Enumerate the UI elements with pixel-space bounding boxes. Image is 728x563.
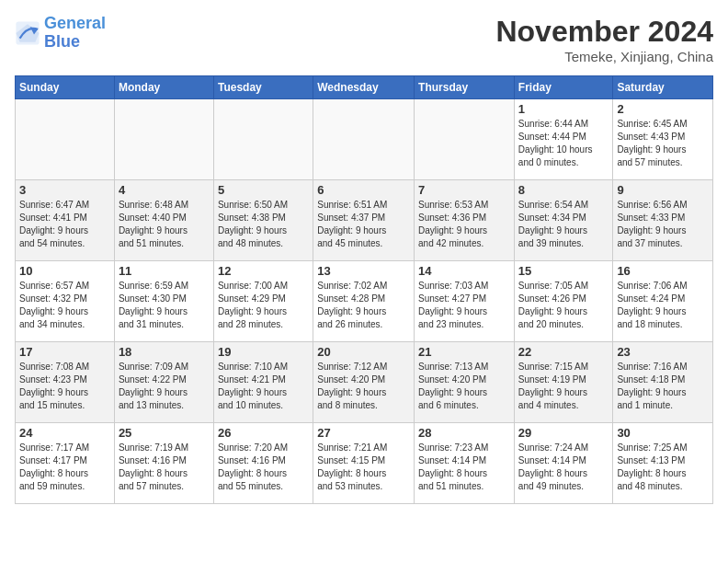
day-info: Sunrise: 7:20 AM Sunset: 4:16 PM Dayligh…	[218, 442, 309, 493]
day-info: Sunrise: 7:02 AM Sunset: 4:28 PM Dayligh…	[317, 280, 410, 331]
calendar-week-row: 17Sunrise: 7:08 AM Sunset: 4:23 PM Dayli…	[16, 342, 713, 423]
calendar-cell: 12Sunrise: 7:00 AM Sunset: 4:29 PM Dayli…	[213, 261, 313, 342]
day-info: Sunrise: 6:50 AM Sunset: 4:38 PM Dayligh…	[218, 199, 309, 250]
day-number: 2	[617, 102, 709, 116]
day-number: 4	[119, 183, 210, 197]
day-number: 26	[218, 426, 309, 440]
day-number: 28	[418, 426, 510, 440]
calendar-cell: 9Sunrise: 6:56 AM Sunset: 4:33 PM Daylig…	[613, 180, 713, 261]
month-title: November 2024	[495, 15, 713, 49]
calendar-header-row: SundayMondayTuesdayWednesdayThursdayFrid…	[16, 76, 713, 99]
day-info: Sunrise: 6:57 AM Sunset: 4:32 PM Dayligh…	[19, 280, 110, 331]
day-number: 1	[518, 102, 609, 116]
day-number: 7	[418, 183, 510, 197]
calendar-cell: 29Sunrise: 7:24 AM Sunset: 4:14 PM Dayli…	[514, 423, 613, 504]
logo: General Blue	[15, 15, 106, 52]
calendar-cell: 21Sunrise: 7:13 AM Sunset: 4:20 PM Dayli…	[415, 342, 515, 423]
day-info: Sunrise: 7:03 AM Sunset: 4:27 PM Dayligh…	[418, 280, 510, 331]
day-info: Sunrise: 7:21 AM Sunset: 4:15 PM Dayligh…	[317, 442, 410, 493]
calendar-cell: 25Sunrise: 7:19 AM Sunset: 4:16 PM Dayli…	[114, 423, 213, 504]
calendar-cell	[213, 99, 313, 180]
day-info: Sunrise: 6:54 AM Sunset: 4:34 PM Dayligh…	[518, 199, 609, 250]
calendar-cell: 16Sunrise: 7:06 AM Sunset: 4:24 PM Dayli…	[613, 261, 713, 342]
day-number: 18	[119, 345, 210, 359]
day-number: 15	[518, 264, 609, 278]
calendar-cell: 8Sunrise: 6:54 AM Sunset: 4:34 PM Daylig…	[514, 180, 613, 261]
day-number: 8	[518, 183, 609, 197]
day-info: Sunrise: 6:56 AM Sunset: 4:33 PM Dayligh…	[617, 199, 709, 250]
day-number: 25	[119, 426, 210, 440]
calendar-cell: 3Sunrise: 6:47 AM Sunset: 4:41 PM Daylig…	[16, 180, 115, 261]
day-info: Sunrise: 6:48 AM Sunset: 4:40 PM Dayligh…	[119, 199, 210, 250]
calendar-cell: 13Sunrise: 7:02 AM Sunset: 4:28 PM Dayli…	[313, 261, 415, 342]
calendar-cell: 22Sunrise: 7:15 AM Sunset: 4:19 PM Dayli…	[514, 342, 613, 423]
calendar-cell: 4Sunrise: 6:48 AM Sunset: 4:40 PM Daylig…	[114, 180, 213, 261]
day-info: Sunrise: 7:23 AM Sunset: 4:14 PM Dayligh…	[418, 442, 510, 493]
calendar-week-row: 1Sunrise: 6:44 AM Sunset: 4:44 PM Daylig…	[16, 99, 713, 180]
day-number: 9	[617, 183, 709, 197]
location: Temeke, Xinjiang, China	[495, 49, 713, 64]
day-info: Sunrise: 7:00 AM Sunset: 4:29 PM Dayligh…	[218, 280, 309, 331]
day-number: 21	[418, 345, 510, 359]
day-info: Sunrise: 7:19 AM Sunset: 4:16 PM Dayligh…	[119, 442, 210, 493]
weekday-header: Wednesday	[313, 76, 415, 99]
day-info: Sunrise: 6:44 AM Sunset: 4:44 PM Dayligh…	[518, 118, 609, 169]
day-info: Sunrise: 7:24 AM Sunset: 4:14 PM Dayligh…	[518, 442, 609, 493]
day-info: Sunrise: 7:12 AM Sunset: 4:20 PM Dayligh…	[317, 361, 410, 412]
weekday-header: Friday	[514, 76, 613, 99]
day-number: 16	[617, 264, 709, 278]
calendar-cell: 20Sunrise: 7:12 AM Sunset: 4:20 PM Dayli…	[313, 342, 415, 423]
calendar-cell: 10Sunrise: 6:57 AM Sunset: 4:32 PM Dayli…	[16, 261, 115, 342]
weekday-header: Thursday	[415, 76, 515, 99]
day-info: Sunrise: 7:16 AM Sunset: 4:18 PM Dayligh…	[617, 361, 709, 412]
day-info: Sunrise: 6:53 AM Sunset: 4:36 PM Dayligh…	[418, 199, 510, 250]
weekday-header: Saturday	[613, 76, 713, 99]
logo-text: General Blue	[44, 15, 106, 52]
day-number: 17	[19, 345, 110, 359]
calendar-cell: 28Sunrise: 7:23 AM Sunset: 4:14 PM Dayli…	[415, 423, 515, 504]
day-number: 20	[317, 345, 410, 359]
calendar-cell	[114, 99, 213, 180]
calendar-cell: 15Sunrise: 7:05 AM Sunset: 4:26 PM Dayli…	[514, 261, 613, 342]
day-info: Sunrise: 7:09 AM Sunset: 4:22 PM Dayligh…	[119, 361, 210, 412]
calendar-cell: 27Sunrise: 7:21 AM Sunset: 4:15 PM Dayli…	[313, 423, 415, 504]
day-info: Sunrise: 7:25 AM Sunset: 4:13 PM Dayligh…	[617, 442, 709, 493]
calendar-cell: 7Sunrise: 6:53 AM Sunset: 4:36 PM Daylig…	[415, 180, 515, 261]
logo-icon	[15, 20, 40, 46]
weekday-header: Monday	[114, 76, 213, 99]
day-number: 24	[19, 426, 110, 440]
day-number: 27	[317, 426, 410, 440]
calendar-cell: 2Sunrise: 6:45 AM Sunset: 4:43 PM Daylig…	[613, 99, 713, 180]
day-number: 5	[218, 183, 309, 197]
calendar-cell: 23Sunrise: 7:16 AM Sunset: 4:18 PM Dayli…	[613, 342, 713, 423]
day-info: Sunrise: 7:05 AM Sunset: 4:26 PM Dayligh…	[518, 280, 609, 331]
day-number: 10	[19, 264, 110, 278]
day-info: Sunrise: 7:13 AM Sunset: 4:20 PM Dayligh…	[418, 361, 510, 412]
logo-line1: General	[44, 14, 106, 32]
day-info: Sunrise: 6:59 AM Sunset: 4:30 PM Dayligh…	[119, 280, 210, 331]
logo-line2: Blue	[44, 32, 80, 51]
day-number: 3	[19, 183, 110, 197]
day-info: Sunrise: 7:17 AM Sunset: 4:17 PM Dayligh…	[19, 442, 110, 493]
day-number: 23	[617, 345, 709, 359]
calendar-cell: 14Sunrise: 7:03 AM Sunset: 4:27 PM Dayli…	[415, 261, 515, 342]
calendar-cell	[415, 99, 515, 180]
day-info: Sunrise: 7:06 AM Sunset: 4:24 PM Dayligh…	[617, 280, 709, 331]
calendar-cell: 26Sunrise: 7:20 AM Sunset: 4:16 PM Dayli…	[213, 423, 313, 504]
day-number: 29	[518, 426, 609, 440]
title-block: November 2024 Temeke, Xinjiang, China	[495, 15, 713, 64]
page: General Blue November 2024 Temeke, Xinji…	[0, 0, 728, 563]
calendar-week-row: 24Sunrise: 7:17 AM Sunset: 4:17 PM Dayli…	[16, 423, 713, 504]
calendar-cell	[313, 99, 415, 180]
calendar-cell: 6Sunrise: 6:51 AM Sunset: 4:37 PM Daylig…	[313, 180, 415, 261]
day-number: 22	[518, 345, 609, 359]
day-info: Sunrise: 7:10 AM Sunset: 4:21 PM Dayligh…	[218, 361, 309, 412]
day-number: 12	[218, 264, 309, 278]
day-info: Sunrise: 6:47 AM Sunset: 4:41 PM Dayligh…	[19, 199, 110, 250]
calendar: SundayMondayTuesdayWednesdayThursdayFrid…	[15, 75, 713, 504]
day-info: Sunrise: 7:15 AM Sunset: 4:19 PM Dayligh…	[518, 361, 609, 412]
calendar-cell: 17Sunrise: 7:08 AM Sunset: 4:23 PM Dayli…	[16, 342, 115, 423]
calendar-cell: 18Sunrise: 7:09 AM Sunset: 4:22 PM Dayli…	[114, 342, 213, 423]
calendar-week-row: 3Sunrise: 6:47 AM Sunset: 4:41 PM Daylig…	[16, 180, 713, 261]
day-info: Sunrise: 6:51 AM Sunset: 4:37 PM Dayligh…	[317, 199, 410, 250]
